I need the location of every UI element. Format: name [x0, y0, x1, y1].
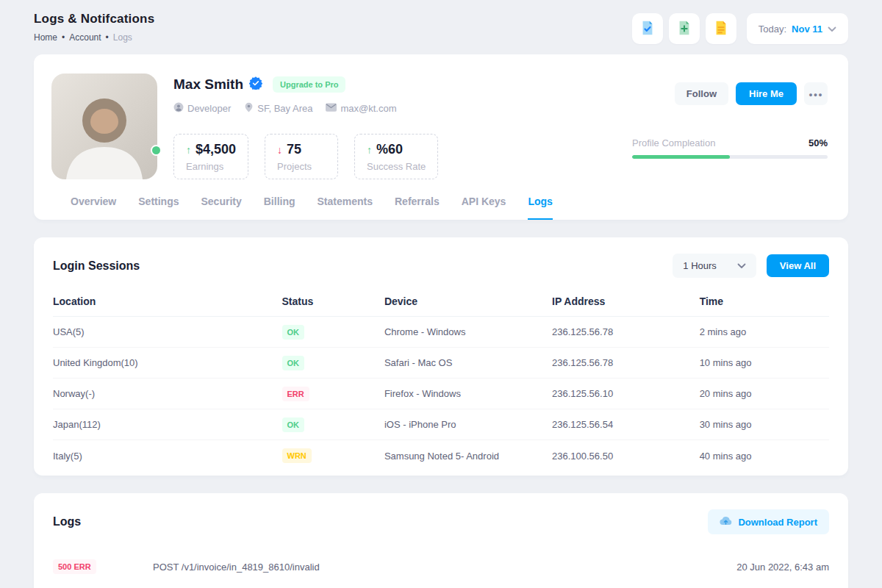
table-row: Norway(-) ERR Firefox - Windows 236.125.… [53, 379, 829, 409]
log-path: POST /v1/invoice/in_4819_8610/invalid [153, 562, 736, 573]
chevron-down-icon [828, 24, 836, 35]
tab-statements[interactable]: Statements [318, 196, 373, 220]
file-check-icon [639, 20, 656, 38]
cell-location: Norway(-) [53, 388, 282, 399]
logs-card: Logs Download Report 500 ERR POST /v1/in… [34, 493, 848, 588]
email-label: max@kt.com [340, 103, 396, 114]
stat-label: Projects [277, 161, 326, 172]
table-row: Japan(112) OK iOS - iPhone Pro 236.125.5… [53, 409, 829, 440]
tab-security[interactable]: Security [201, 196, 242, 220]
page-title: Logs & Notifcations [34, 12, 154, 26]
location-label: SF, Bay Area [257, 103, 312, 114]
arrow-up-icon: ↑ [367, 144, 372, 156]
profile-meta: Developer SF, Bay Area max@kt.com [173, 102, 616, 115]
breadcrumb: Home• Account• Logs [34, 32, 154, 43]
progress-bar [632, 155, 828, 159]
upgrade-to-pro-badge[interactable]: Upgrade to Pro [273, 76, 345, 93]
progress-value: 50% [808, 137, 828, 148]
progress-label: Profile Compleation [632, 137, 715, 148]
arrow-up-icon: ↑ [186, 144, 191, 156]
sessions-title: Login Sessions [53, 259, 140, 273]
cell-location: United Kingdom(10) [53, 357, 282, 368]
hire-me-button[interactable]: Hire Me [736, 82, 797, 105]
breadcrumb-current: Logs [113, 32, 132, 43]
stat-success-rate: ↑ %60 Success Rate [354, 134, 438, 179]
stat-value: %60 [376, 142, 403, 157]
tab-settings[interactable]: Settings [138, 196, 179, 220]
logs-title: Logs [53, 515, 81, 528]
cell-time: 30 mins ago [700, 419, 829, 430]
profile-right-panel: Follow Hire Me ●●● Profile Compleation 5… [632, 74, 828, 179]
cell-time: 40 mins ago [700, 451, 829, 462]
date-prefix: Today: [759, 24, 786, 35]
cloud-upload-icon [720, 516, 732, 528]
arrow-down-icon: ↓ [277, 144, 282, 156]
status-badge: ERR [282, 387, 309, 401]
envelope-icon [326, 103, 337, 114]
column-status: Status [282, 295, 384, 307]
cell-device: iOS - iPhone Pro [384, 419, 552, 430]
profile-identity: Max Smith Upgrade to Pro Developer SF, B… [173, 74, 616, 179]
location-pin-icon [244, 102, 254, 115]
time-filter-value: 1 Hours [683, 260, 717, 271]
tab-logs[interactable]: Logs [528, 196, 552, 220]
avatar-wrap [51, 74, 157, 179]
column-location: Location [53, 295, 282, 307]
verified-badge-icon [249, 76, 262, 93]
file-check-button[interactable] [632, 13, 663, 44]
file-plus-icon [676, 20, 692, 38]
cell-ip: 236.100.56.50 [552, 451, 700, 462]
progress-bar-fill [632, 155, 730, 159]
column-device: Device [384, 295, 552, 307]
tab-referrals[interactable]: Referrals [395, 196, 440, 220]
tab-api-keys[interactable]: API Keys [462, 196, 506, 220]
file-plus-button[interactable] [669, 13, 700, 44]
cell-time: 2 mins ago [700, 326, 829, 337]
breadcrumb-separator: • [106, 32, 109, 43]
role-item: Developer [173, 102, 231, 115]
stat-earnings: ↑ $4,500 Earnings [173, 134, 248, 179]
user-name: Max Smith [173, 76, 243, 93]
column-ip: IP Address [552, 295, 700, 307]
cell-device: Samsung Noted 5- Android [384, 451, 552, 462]
tab-overview[interactable]: Overview [71, 196, 116, 220]
page-heading: Logs & Notifcations Home• Account• Logs [34, 12, 154, 43]
breadcrumb-separator: • [62, 32, 65, 43]
topbar-actions: Today: Nov 11 [632, 13, 848, 44]
file-lines-icon [713, 20, 729, 38]
file-lines-button[interactable] [706, 13, 736, 44]
online-status-dot [151, 145, 162, 156]
location-item: SF, Bay Area [244, 102, 312, 115]
email-item: max@kt.com [326, 103, 396, 114]
stat-value: $4,500 [196, 142, 236, 157]
cell-time: 20 mins ago [700, 388, 829, 399]
column-time: Time [700, 295, 829, 307]
time-filter-select[interactable]: 1 Hours [673, 254, 756, 278]
cell-ip: 236.125.56.78 [552, 357, 700, 368]
cell-location: Japan(112) [53, 419, 282, 430]
download-report-label: Download Report [738, 517, 817, 528]
more-options-button[interactable]: ●●● [804, 82, 828, 105]
table-row: Italy(5) WRN Samsung Noted 5- Android 23… [53, 440, 829, 471]
date-value: Nov 11 [792, 24, 822, 35]
profile-tabs: Overview Settings Security Billing State… [51, 196, 828, 220]
log-entry-row: 500 ERR POST /v1/invoice/in_4819_8610/in… [53, 559, 829, 574]
view-all-button[interactable]: View All [767, 254, 829, 277]
cell-location: Italy(5) [53, 451, 282, 462]
breadcrumb-account[interactable]: Account [69, 32, 101, 43]
status-badge: WRN [282, 448, 312, 463]
tab-billing[interactable]: Billing [264, 196, 295, 220]
cell-device: Chrome - Windows [384, 326, 552, 337]
breadcrumb-home[interactable]: Home [34, 32, 57, 43]
status-badge: OK [282, 325, 305, 340]
status-badge: OK [282, 356, 305, 370]
cell-ip: 236.125.56.78 [552, 326, 700, 337]
follow-button[interactable]: Follow [675, 82, 728, 105]
login-sessions-card: Login Sessions 1 Hours View All Location… [34, 237, 848, 476]
cell-location: USA(5) [53, 326, 282, 337]
cell-ip: 236.125.56.54 [552, 419, 700, 430]
download-report-button[interactable]: Download Report [708, 509, 829, 534]
profile-completion: Profile Compleation 50% [632, 137, 828, 159]
stat-value: 75 [287, 142, 301, 157]
date-picker[interactable]: Today: Nov 11 [747, 13, 848, 44]
